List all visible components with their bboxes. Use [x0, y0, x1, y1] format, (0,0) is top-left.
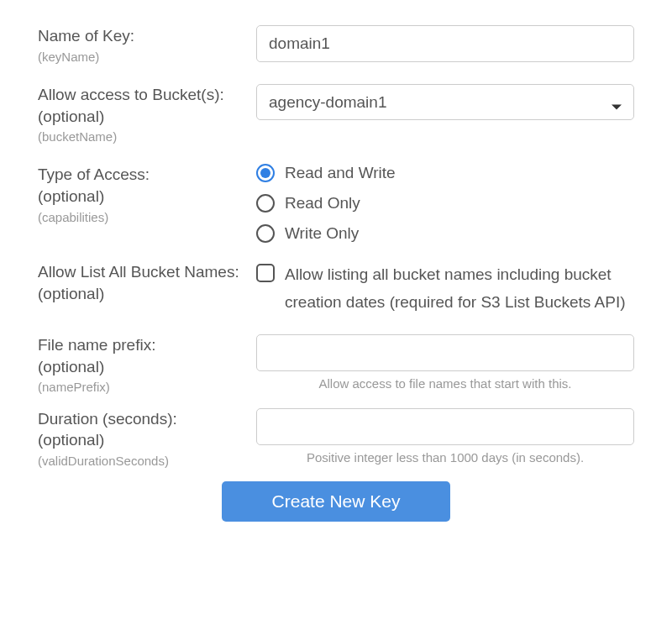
row-access-type: Type of Access: (optional) (capabilities… — [38, 164, 634, 243]
name-prefix-hint: Allow access to file names that start wi… — [256, 376, 634, 391]
radio-read-write-label: Read and Write — [285, 164, 396, 182]
row-key-name: Name of Key: (keyName) — [38, 25, 634, 66]
label-name-prefix-api: (namePrefix) — [38, 379, 248, 396]
label-access-type-optional: (optional) — [38, 186, 248, 207]
radio-write-only[interactable]: Write Only — [256, 224, 634, 243]
label-duration-optional: (optional) — [38, 429, 248, 451]
label-allow-list-all: Allow List All Bucket Names: (optional) — [38, 261, 256, 304]
allow-list-all-checkbox-row: Allow listing all bucket names including… — [256, 261, 634, 316]
duration-hint: Positive integer less than 1000 days (in… — [256, 450, 634, 465]
label-name-prefix-optional: (optional) — [38, 356, 248, 378]
radio-read-write-circle[interactable] — [256, 164, 275, 182]
bucket-select[interactable]: agency-domain1 — [256, 84, 634, 120]
duration-input[interactable] — [256, 408, 634, 445]
radio-read-write[interactable]: Read and Write — [256, 164, 634, 182]
radio-write-only-label: Write Only — [285, 224, 359, 243]
label-bucket-access-text: Allow access to Bucket(s): — [38, 84, 248, 106]
key-name-input[interactable] — [256, 25, 634, 62]
row-duration: Duration (seconds): (optional) (validDur… — [38, 408, 634, 470]
row-allow-list-all: Allow List All Bucket Names: (optional) … — [38, 261, 634, 316]
label-access-type-api: (capabilities) — [38, 209, 248, 226]
radio-write-only-circle[interactable] — [256, 224, 275, 243]
label-key-name-text: Name of Key: — [38, 25, 248, 47]
label-key-name: Name of Key: (keyName) — [38, 25, 256, 66]
label-bucket-access: Allow access to Bucket(s): (optional) (b… — [38, 84, 256, 146]
label-bucket-access-optional: (optional) — [38, 106, 248, 128]
label-key-name-api: (keyName) — [38, 49, 248, 66]
name-prefix-input[interactable] — [256, 334, 634, 371]
label-bucket-access-api: (bucketName) — [38, 129, 248, 145]
label-access-type-text: Type of Access: — [38, 164, 248, 186]
allow-list-all-checkbox-label: Allow listing all bucket names including… — [285, 261, 634, 316]
label-duration-text: Duration (seconds): — [38, 408, 248, 430]
label-duration-api: (validDurationSeconds) — [38, 453, 248, 470]
label-allow-list-all-optional: (optional) — [38, 283, 248, 305]
create-new-key-button[interactable]: Create New Key — [222, 481, 451, 522]
label-access-type: Type of Access: (optional) (capabilities… — [38, 164, 256, 226]
access-type-radio-group: Read and Write Read Only Write Only — [256, 164, 634, 243]
row-name-prefix: File name prefix: (optional) (namePrefix… — [38, 334, 634, 396]
radio-read-only-circle[interactable] — [256, 194, 275, 213]
label-allow-list-all-text: Allow List All Bucket Names: — [38, 261, 248, 283]
bucket-select-wrapper: agency-domain1 — [256, 84, 634, 120]
label-duration: Duration (seconds): (optional) (validDur… — [38, 408, 256, 470]
label-name-prefix-text: File name prefix: — [38, 334, 248, 356]
radio-read-only[interactable]: Read Only — [256, 194, 634, 213]
row-bucket-access: Allow access to Bucket(s): (optional) (b… — [38, 84, 634, 146]
submit-row: Create New Key — [38, 481, 634, 522]
radio-read-only-label: Read Only — [285, 194, 360, 213]
label-name-prefix: File name prefix: (optional) (namePrefix… — [38, 334, 256, 396]
allow-list-all-checkbox[interactable] — [256, 264, 275, 282]
